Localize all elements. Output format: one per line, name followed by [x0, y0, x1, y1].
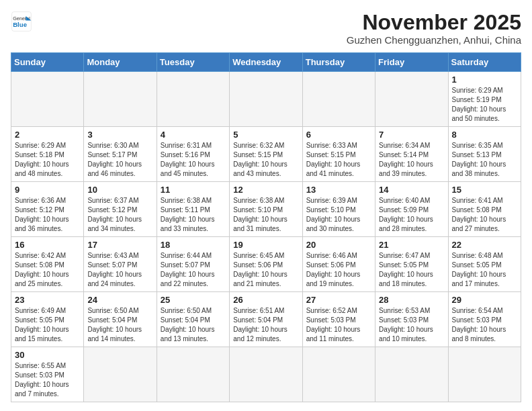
- calendar-cell: 29Sunrise: 6:54 AM Sunset: 5:03 PM Dayli…: [448, 292, 521, 347]
- calendar-cell: 14Sunrise: 6:40 AM Sunset: 5:09 PM Dayli…: [375, 182, 448, 237]
- calendar-cell: [157, 347, 229, 402]
- day-info: Sunrise: 6:42 AM Sunset: 5:08 PM Dayligh…: [15, 251, 80, 289]
- svg-text:Blue: Blue: [13, 21, 27, 28]
- calendar-cell: 17Sunrise: 6:43 AM Sunset: 5:07 PM Dayli…: [84, 237, 157, 292]
- day-info: Sunrise: 6:37 AM Sunset: 5:12 PM Dayligh…: [87, 196, 152, 234]
- day-info: Sunrise: 6:29 AM Sunset: 5:19 PM Dayligh…: [452, 86, 517, 124]
- day-number: 13: [306, 185, 371, 195]
- calendar-cell: 1Sunrise: 6:29 AM Sunset: 5:19 PM Daylig…: [448, 72, 521, 127]
- calendar-cell: 3Sunrise: 6:30 AM Sunset: 5:17 PM Daylig…: [84, 127, 157, 182]
- day-info: Sunrise: 6:45 AM Sunset: 5:06 PM Dayligh…: [233, 251, 298, 289]
- day-info: Sunrise: 6:52 AM Sunset: 5:03 PM Dayligh…: [306, 306, 371, 344]
- day-info: Sunrise: 6:49 AM Sunset: 5:05 PM Dayligh…: [15, 306, 80, 344]
- day-number: 12: [233, 185, 298, 195]
- calendar-cell: 9Sunrise: 6:36 AM Sunset: 5:12 PM Daylig…: [11, 182, 84, 237]
- calendar-cell: 2Sunrise: 6:29 AM Sunset: 5:18 PM Daylig…: [11, 127, 84, 182]
- day-info: Sunrise: 6:47 AM Sunset: 5:05 PM Dayligh…: [379, 251, 444, 289]
- calendar-cell: 16Sunrise: 6:42 AM Sunset: 5:08 PM Dayli…: [11, 237, 84, 292]
- calendar-cell: [11, 72, 84, 127]
- day-info: Sunrise: 6:38 AM Sunset: 5:10 PM Dayligh…: [233, 196, 298, 234]
- day-info: Sunrise: 6:54 AM Sunset: 5:03 PM Dayligh…: [452, 306, 517, 344]
- calendar-cell: 12Sunrise: 6:38 AM Sunset: 5:10 PM Dayli…: [230, 182, 302, 237]
- day-number: 17: [87, 240, 152, 250]
- day-info: Sunrise: 6:46 AM Sunset: 5:06 PM Dayligh…: [306, 251, 371, 289]
- day-number: 24: [87, 295, 152, 305]
- day-info: Sunrise: 6:43 AM Sunset: 5:07 PM Dayligh…: [87, 251, 152, 289]
- day-number: 19: [233, 240, 298, 250]
- calendar-week-row: 30Sunrise: 6:55 AM Sunset: 5:03 PM Dayli…: [11, 347, 521, 402]
- day-number: 3: [87, 130, 152, 140]
- day-info: Sunrise: 6:48 AM Sunset: 5:05 PM Dayligh…: [452, 251, 517, 289]
- day-info: Sunrise: 6:38 AM Sunset: 5:11 PM Dayligh…: [161, 196, 226, 234]
- day-number: 20: [306, 240, 371, 250]
- day-number: 5: [233, 130, 298, 140]
- day-number: 16: [15, 240, 80, 250]
- weekday-header-friday: Friday: [375, 53, 448, 72]
- day-info: Sunrise: 6:34 AM Sunset: 5:14 PM Dayligh…: [379, 141, 444, 179]
- day-number: 21: [379, 240, 444, 250]
- day-info: Sunrise: 6:50 AM Sunset: 5:04 PM Dayligh…: [87, 306, 152, 344]
- logo: General Blue: [11, 11, 32, 32]
- calendar-week-row: 23Sunrise: 6:49 AM Sunset: 5:05 PM Dayli…: [11, 292, 521, 347]
- day-info: Sunrise: 6:51 AM Sunset: 5:04 PM Dayligh…: [233, 306, 298, 344]
- calendar-cell: 25Sunrise: 6:50 AM Sunset: 5:04 PM Dayli…: [157, 292, 229, 347]
- day-number: 8: [452, 130, 517, 140]
- calendar-cell: 15Sunrise: 6:41 AM Sunset: 5:08 PM Dayli…: [448, 182, 521, 237]
- calendar-week-row: 2Sunrise: 6:29 AM Sunset: 5:18 PM Daylig…: [11, 127, 521, 182]
- day-number: 10: [87, 185, 152, 195]
- weekday-header-monday: Monday: [84, 53, 157, 72]
- calendar-cell: [375, 72, 448, 127]
- day-number: 23: [15, 295, 80, 305]
- calendar-week-row: 9Sunrise: 6:36 AM Sunset: 5:12 PM Daylig…: [11, 182, 521, 237]
- day-number: 22: [452, 240, 517, 250]
- day-number: 1: [452, 75, 517, 85]
- calendar-cell: 23Sunrise: 6:49 AM Sunset: 5:05 PM Dayli…: [11, 292, 84, 347]
- weekday-header-sunday: Sunday: [11, 53, 84, 72]
- calendar-week-row: 16Sunrise: 6:42 AM Sunset: 5:08 PM Dayli…: [11, 237, 521, 292]
- calendar-cell: 26Sunrise: 6:51 AM Sunset: 5:04 PM Dayli…: [230, 292, 302, 347]
- calendar-week-row: 1Sunrise: 6:29 AM Sunset: 5:19 PM Daylig…: [11, 72, 521, 127]
- calendar-cell: [230, 72, 302, 127]
- calendar-cell: [375, 347, 448, 402]
- location: Guzhen Chengguanzhen, Anhui, China: [347, 34, 521, 46]
- calendar-cell: [302, 347, 375, 402]
- calendar-cell: 7Sunrise: 6:34 AM Sunset: 5:14 PM Daylig…: [375, 127, 448, 182]
- calendar-cell: 21Sunrise: 6:47 AM Sunset: 5:05 PM Dayli…: [375, 237, 448, 292]
- calendar-cell: [84, 72, 157, 127]
- calendar-cell: 6Sunrise: 6:33 AM Sunset: 5:15 PM Daylig…: [302, 127, 375, 182]
- day-number: 30: [15, 350, 80, 360]
- day-info: Sunrise: 6:30 AM Sunset: 5:17 PM Dayligh…: [87, 141, 152, 179]
- day-number: 28: [379, 295, 444, 305]
- day-number: 15: [452, 185, 517, 195]
- day-info: Sunrise: 6:31 AM Sunset: 5:16 PM Dayligh…: [161, 141, 226, 179]
- day-number: 25: [161, 295, 226, 305]
- calendar-cell: 5Sunrise: 6:32 AM Sunset: 5:15 PM Daylig…: [230, 127, 302, 182]
- calendar-cell: 28Sunrise: 6:53 AM Sunset: 5:03 PM Dayli…: [375, 292, 448, 347]
- day-info: Sunrise: 6:39 AM Sunset: 5:10 PM Dayligh…: [306, 196, 371, 234]
- calendar-cell: 22Sunrise: 6:48 AM Sunset: 5:05 PM Dayli…: [448, 237, 521, 292]
- day-number: 27: [306, 295, 371, 305]
- day-info: Sunrise: 6:41 AM Sunset: 5:08 PM Dayligh…: [452, 196, 517, 234]
- day-number: 26: [233, 295, 298, 305]
- day-info: Sunrise: 6:53 AM Sunset: 5:03 PM Dayligh…: [379, 306, 444, 344]
- calendar-cell: [302, 72, 375, 127]
- title-section: November 2025 Guzhen Chengguanzhen, Anhu…: [347, 11, 521, 46]
- calendar-cell: [448, 347, 521, 402]
- day-info: Sunrise: 6:35 AM Sunset: 5:13 PM Dayligh…: [452, 141, 517, 179]
- day-number: 6: [306, 130, 371, 140]
- calendar: SundayMondayTuesdayWednesdayThursdayFrid…: [11, 52, 521, 402]
- weekday-header-thursday: Thursday: [302, 53, 375, 72]
- weekday-header-saturday: Saturday: [448, 53, 521, 72]
- calendar-cell: 18Sunrise: 6:44 AM Sunset: 5:07 PM Dayli…: [157, 237, 229, 292]
- calendar-cell: 10Sunrise: 6:37 AM Sunset: 5:12 PM Dayli…: [84, 182, 157, 237]
- day-info: Sunrise: 6:55 AM Sunset: 5:03 PM Dayligh…: [15, 361, 80, 399]
- month-title: November 2025: [347, 11, 521, 34]
- day-number: 9: [15, 185, 80, 195]
- day-info: Sunrise: 6:33 AM Sunset: 5:15 PM Dayligh…: [306, 141, 371, 179]
- day-info: Sunrise: 6:29 AM Sunset: 5:18 PM Dayligh…: [15, 141, 80, 179]
- day-info: Sunrise: 6:36 AM Sunset: 5:12 PM Dayligh…: [15, 196, 80, 234]
- calendar-cell: 13Sunrise: 6:39 AM Sunset: 5:10 PM Dayli…: [302, 182, 375, 237]
- day-info: Sunrise: 6:40 AM Sunset: 5:09 PM Dayligh…: [379, 196, 444, 234]
- day-number: 11: [161, 185, 226, 195]
- logo-icon: General Blue: [11, 11, 32, 32]
